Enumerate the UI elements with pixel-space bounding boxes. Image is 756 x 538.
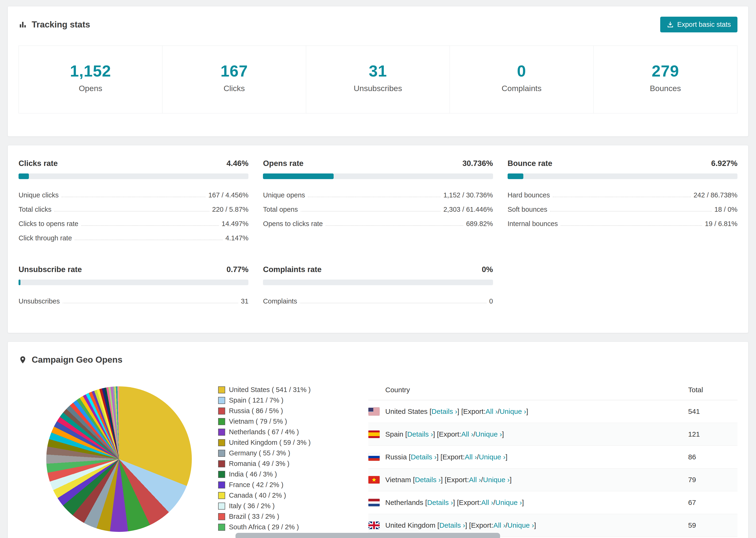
progress-bar-fill (508, 174, 523, 179)
rate-header: Bounce rate6.927% (508, 159, 737, 168)
rate-rows: Hard bounces242 / 86.738%Soft bounces18 … (508, 188, 737, 231)
legend-label: Brazil ( 33 / 2% ) (229, 512, 279, 520)
flag-russia-icon (368, 453, 380, 461)
legend-label: South Africa ( 29 / 2% ) (229, 523, 299, 531)
export-all-link[interactable]: All › (465, 453, 477, 461)
rate-row-label: Click through rate (19, 234, 72, 242)
details-link[interactable]: Details › (411, 453, 436, 461)
rate-row-value: 18 / 0% (715, 206, 737, 213)
geo-table-header: Country Total (368, 380, 737, 400)
rate-row-label: Unique opens (263, 191, 305, 199)
legend-swatch (218, 418, 225, 425)
rate-value: 30.736% (462, 159, 493, 168)
stat-value: 0 (450, 62, 593, 80)
campaign-geo-opens-title: Campaign Geo Opens (19, 355, 737, 365)
rate-value: 6.927% (711, 159, 737, 168)
legend-item: Brazil ( 33 / 2% ) (218, 511, 328, 522)
legend-item: France ( 42 / 2% ) (218, 480, 328, 490)
export-all-link[interactable]: All › (493, 521, 506, 529)
dotted-leader (561, 225, 702, 226)
details-link[interactable]: Details › (432, 407, 458, 415)
rate-block: Complaints rate0%Complaints0 (263, 265, 493, 308)
stat-value: 167 (162, 62, 306, 80)
export-unique-link[interactable]: Unique › (507, 521, 534, 529)
stat-label: Bounces (594, 84, 737, 93)
download-icon (667, 21, 674, 28)
legend-item: United Kingdom ( 59 / 3% ) (218, 437, 328, 448)
total-value: 67 (688, 499, 737, 507)
details-link[interactable]: Details › (415, 476, 441, 484)
export-all-link[interactable]: All › (481, 499, 494, 507)
dotted-leader (62, 197, 206, 197)
rate-row: Internal bounces19 / 6.81% (508, 217, 737, 231)
rate-row-value: 689.82% (466, 220, 493, 228)
horizontal-scrollbar-thumb[interactable] (236, 533, 500, 538)
rate-row-label: Unique clicks (19, 191, 59, 199)
rate-row-label: Unsubscribes (19, 297, 60, 305)
country-cell: United Kingdom [Details ›] [Export: All … (368, 521, 688, 529)
export-unique-link[interactable]: Unique › (495, 499, 522, 507)
export-all-link[interactable]: All › (486, 407, 498, 415)
total-value: 541 (688, 407, 737, 415)
legend-swatch (218, 481, 225, 488)
details-link[interactable]: Details › (439, 521, 465, 529)
stat-box: 279Bounces (594, 46, 737, 113)
legend-label: France ( 42 / 2% ) (229, 481, 283, 489)
rate-row-value: 242 / 86.738% (693, 191, 737, 199)
legend-item: India ( 46 / 3% ) (218, 469, 328, 480)
tracking-stats-header: Tracking stats Export basic stats (8, 6, 748, 32)
dotted-leader (326, 225, 463, 226)
rate-row: Clicks to opens rate14.497% (19, 217, 248, 231)
legend-item: Italy ( 36 / 2% ) (218, 501, 328, 511)
rate-row-label: Total clicks (19, 206, 51, 213)
export-basic-stats-button[interactable]: Export basic stats (660, 17, 737, 32)
export-all-link[interactable]: All › (469, 476, 481, 484)
campaign-geo-opens-title-text: Campaign Geo Opens (32, 355, 123, 365)
rate-row: Unique opens1,152 / 30.736% (263, 188, 493, 202)
legend-label: Germany ( 55 / 3% ) (229, 449, 290, 457)
country-column-header: Country (385, 386, 688, 394)
rate-row-value: 1,152 / 30.736% (443, 191, 493, 199)
progress-bar-fill (19, 174, 29, 179)
details-link[interactable]: Details › (427, 499, 453, 507)
country-cell: Russia [Details ›] [Export: All › / Uniq… (368, 453, 688, 461)
export-unique-link[interactable]: Unique › (483, 476, 510, 484)
legend-swatch (218, 460, 225, 467)
details-link[interactable]: Details › (407, 430, 433, 438)
legend-label: United States ( 541 / 31% ) (229, 386, 311, 394)
legend-label: Canada ( 40 / 2% ) (229, 492, 286, 499)
stat-box: 31Unsubscribes (306, 46, 450, 113)
rate-block: Clicks rate4.46%Unique clicks167 / 4.456… (19, 159, 248, 245)
rate-row-label: Hard bounces (508, 191, 550, 199)
legend-label: Netherlands ( 67 / 4% ) (229, 428, 299, 436)
dotted-leader (308, 197, 441, 197)
rate-row-label: Soft bounces (508, 206, 547, 213)
legend-swatch (218, 386, 225, 394)
legend-label: Russia ( 86 / 5% ) (229, 407, 283, 415)
stat-label: Unsubscribes (306, 84, 450, 93)
geo-pie-chart (46, 386, 192, 532)
rate-value: 0.77% (227, 265, 249, 274)
legend-item: Germany ( 55 / 3% ) (218, 448, 328, 458)
rate-row: Unsubscribes31 (19, 294, 248, 308)
export-unique-link[interactable]: Unique › (500, 407, 526, 415)
campaign-geo-opens-card: Campaign Geo Opens United States ( 541 /… (8, 342, 748, 538)
stat-label: Clicks (162, 84, 306, 93)
legend-swatch (218, 407, 225, 414)
flag-vietnam-icon (368, 476, 380, 484)
country-cell: Netherlands [Details ›] [Export: All › /… (368, 499, 688, 507)
export-unique-link[interactable]: Unique › (479, 453, 505, 461)
rate-row-value: 31 (241, 297, 248, 305)
rate-row-value: 14.497% (222, 220, 249, 228)
rate-row: Opens to clicks rate689.82% (263, 217, 493, 231)
export-unique-link[interactable]: Unique › (475, 430, 502, 438)
legend-swatch (218, 429, 225, 436)
rate-block: Opens rate30.736%Unique opens1,152 / 30.… (263, 159, 493, 245)
rate-row-value: 0 (489, 297, 493, 305)
rate-header: Opens rate30.736% (263, 159, 493, 168)
legend-item: South Africa ( 29 / 2% ) (218, 522, 328, 532)
stat-box: 0Complaints (450, 46, 594, 113)
stat-value: 279 (594, 62, 737, 80)
export-all-link[interactable]: All › (461, 430, 473, 438)
rate-title: Clicks rate (19, 159, 58, 168)
